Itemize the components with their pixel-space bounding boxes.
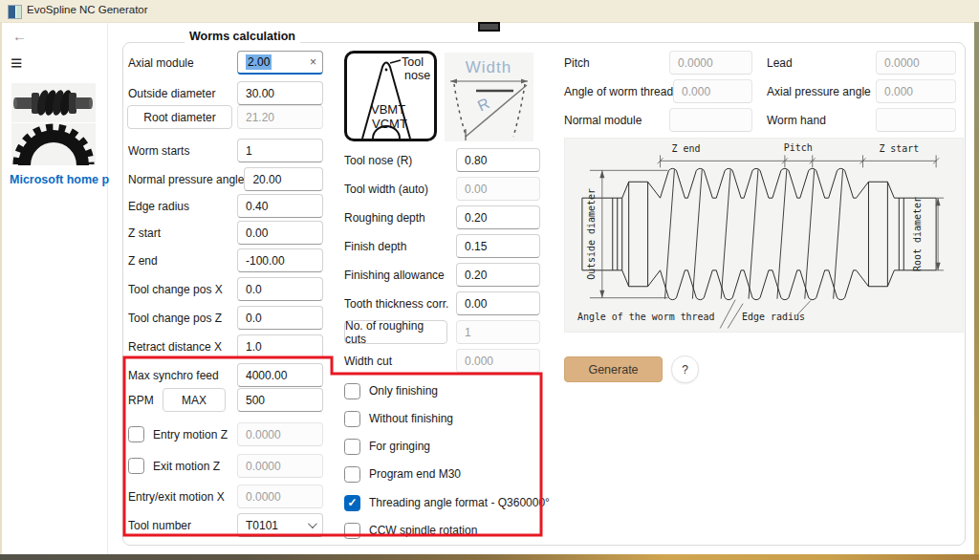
rpm-max-button[interactable]: MAX	[163, 388, 226, 412]
finish-depth-input[interactable]: 0.15	[456, 234, 540, 258]
tool-change-pos-x-input[interactable]: 0.0	[237, 277, 323, 301]
diagram-outside-diameter-label: Outside diameter	[586, 188, 597, 280]
field-label: Width cut	[344, 355, 392, 368]
sidebar-divider	[107, 22, 108, 554]
field-row-worm-hand: Worm hand	[767, 108, 956, 132]
normal-pressure-angle-input[interactable]: 20.00	[244, 167, 323, 191]
window-title: EvoSpline NC Generator	[27, 4, 148, 15]
tool-number-select[interactable]: T0101	[237, 513, 323, 537]
tool-insert-image: Tool nose VBMT VCMT	[344, 51, 437, 141]
field-label: Tooth thickness corr.	[344, 297, 448, 311]
field-row-outside-diameter: Outside diameter 30.00	[128, 81, 323, 105]
exit-motion-z-checkbox[interactable]	[128, 458, 144, 474]
field-label: Z start	[128, 226, 161, 240]
field-label: Axial module	[128, 56, 194, 70]
entry-motion-z-checkbox[interactable]	[128, 426, 144, 442]
back-button[interactable]: ←	[12, 28, 27, 44]
edge-radius-input[interactable]: 0.40	[237, 194, 323, 218]
threading-angle-format-checkbox[interactable]: ✓	[344, 495, 360, 511]
exit-motion-z-input: 0.0000	[237, 454, 323, 478]
tool-number-value: T0101	[246, 519, 278, 532]
field-label: Tool change pos X	[128, 283, 223, 296]
help-button[interactable]: ?	[671, 355, 699, 383]
width-sketch-image: Width R	[445, 53, 533, 141]
field-label: Lead	[767, 56, 793, 70]
width-label: Width	[466, 58, 511, 76]
selected-text: 2.00	[246, 54, 272, 70]
roughing-cuts-button[interactable]: No. of roughing cuts	[344, 320, 447, 344]
field-label: Z end	[128, 254, 158, 268]
field-label: Retract distance X	[128, 340, 222, 354]
radius-label: R	[475, 95, 492, 114]
right-frame-strip	[974, 22, 979, 554]
retract-distance-x-input[interactable]: 1.0	[237, 334, 323, 358]
worm-hand-input	[876, 108, 956, 132]
field-row-z-end: Z end -100.00	[128, 248, 323, 272]
outside-diameter-input[interactable]: 30.00	[237, 81, 323, 105]
without-finishing-checkbox[interactable]	[344, 411, 360, 427]
nav-menu-button[interactable]: ≡	[11, 52, 22, 75]
tool-width-input: 0.00	[456, 177, 540, 201]
bottom-frame-strip	[0, 554, 979, 560]
tool-nose-input[interactable]: 0.80	[456, 148, 540, 172]
ccw-spindle-checkbox[interactable]	[344, 523, 360, 539]
field-label: Roughing depth	[344, 211, 425, 225]
z-start-input[interactable]: 0.00	[237, 221, 323, 245]
gear-arc-image	[11, 123, 96, 165]
program-end-m30-checkbox[interactable]	[344, 466, 360, 483]
checkbox-row-for-gringing: For gringing	[344, 438, 430, 455]
chevron-down-icon	[308, 519, 317, 528]
checkbox-row-ccw-spindle: CCW spindle rotation	[344, 522, 477, 539]
for-gringing-checkbox[interactable]	[344, 439, 360, 455]
field-row-axial-module: Axial module 2.00 ×	[128, 51, 323, 75]
roughing-depth-input[interactable]: 0.20	[456, 205, 540, 229]
diagram-edge-radius-label: Edge radius	[742, 312, 805, 322]
root-diameter-button[interactable]: Root diameter	[127, 105, 232, 129]
field-label: Tool change pos Z	[128, 312, 222, 325]
checkbox-label: For gringing	[369, 440, 430, 453]
axial-module-input[interactable]: 2.00 ×	[237, 51, 323, 75]
field-label: Pitch	[564, 56, 590, 70]
field-row-axial-pressure-angle: Axial pressure angle 0.000	[767, 79, 956, 103]
checkbox-label: Without finishing	[369, 412, 453, 425]
only-finishing-checkbox[interactable]	[344, 383, 360, 399]
field-label: Finish depth	[344, 240, 406, 253]
field-row-max-synchro-feed: Max synchro feed 4000.00	[128, 363, 323, 387]
field-row-rpm: RPM MAX 500	[128, 388, 323, 412]
tooth-thickness-input[interactable]: 0.00	[456, 291, 540, 315]
drag-preview-rect	[478, 22, 500, 32]
z-end-input[interactable]: -100.00	[237, 248, 323, 272]
field-row-root-diameter: Root diameter 21.20	[127, 105, 323, 129]
field-row-tool-nose: Tool nose (R) 0.80	[344, 148, 540, 172]
page-title: Worms calculation	[185, 30, 300, 43]
entry-exit-motion-x-input: 0.0000	[237, 485, 323, 508]
checkbox-label: Threading angle format - Q360000°	[369, 496, 550, 509]
root-diameter-input: 21.20	[237, 105, 323, 129]
left-frame-strip	[0, 22, 2, 554]
clear-icon[interactable]: ×	[310, 56, 316, 68]
normal-module-input	[669, 108, 752, 132]
field-label: Entry motion Z	[153, 428, 228, 442]
field-label: Normal pressure angle	[128, 173, 244, 186]
diagram-z-start-label: Z start	[879, 143, 919, 154]
tool-change-pos-z-input[interactable]: 0.0	[237, 306, 323, 330]
max-synchro-feed-input[interactable]: 4000.00	[237, 363, 323, 387]
generate-button[interactable]: Generate	[564, 356, 663, 382]
rpm-input[interactable]: 500	[237, 388, 323, 412]
worm-starts-input[interactable]: 1	[237, 139, 323, 162]
angle-worm-thread-input: 0.000	[673, 79, 752, 103]
finishing-allowance-input[interactable]: 0.20	[456, 263, 540, 287]
field-label: Tool number	[128, 519, 191, 532]
hamburger-icon: ≡	[11, 52, 22, 74]
checkbox-label: CCW spindle rotation	[369, 524, 477, 537]
field-label: Tool width (auto)	[344, 183, 428, 196]
field-label: RPM	[128, 394, 154, 407]
field-row-normal-pressure-angle: Normal pressure angle 20.00	[128, 167, 323, 191]
app-window: EvoSpline NC Generator – × ← ≡ Microsoft…	[0, 0, 979, 560]
worm-3d-image	[11, 83, 96, 122]
worm-diagram: Z end Pitch Z start Outside diameter Roo…	[564, 138, 964, 333]
field-row-finish-depth: Finish depth 0.15	[344, 234, 540, 258]
microsoft-home-link[interactable]: Microsoft home p	[10, 173, 111, 186]
check-icon: ✓	[347, 497, 357, 508]
field-label: Entry/exit motion X	[128, 490, 225, 504]
